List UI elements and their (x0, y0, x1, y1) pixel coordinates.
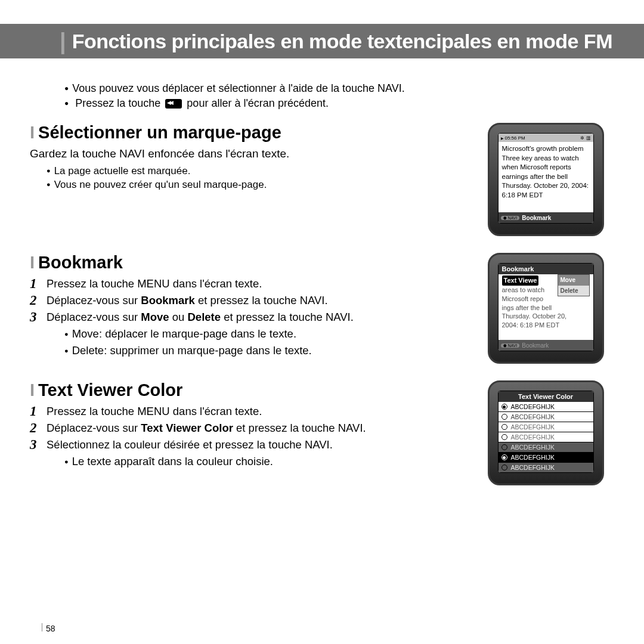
steps-bookmark: 1Pressez la touche MENU dans l'écran tex… (30, 277, 450, 357)
color-option: ABCDEFGHIJK (499, 411, 593, 422)
status-time: 05:56 PM (501, 135, 525, 141)
radio-icon (501, 454, 507, 460)
device-status-bar: 05:56 PM ✲ ▥ (499, 134, 593, 142)
manual-page: | Fonctions principales en mode textenci… (0, 0, 644, 644)
rewind-icon (165, 99, 182, 109)
page-title-bar: | Fonctions principales en mode textenci… (0, 24, 644, 58)
color-option: ABCDEFGHIJK (499, 432, 593, 442)
radio-icon (501, 434, 507, 440)
color-option: ABCDEFGHIJK (499, 442, 593, 452)
device2-footer: NAVI Bookmark (499, 340, 593, 351)
radio-icon (501, 465, 507, 470)
radio-icon (501, 404, 507, 410)
radio-icon (501, 414, 507, 420)
device-screenshot-3: Text Viewer Color ABCDEFGHIJK ABCDEFGHIJ… (488, 380, 604, 485)
radio-icon (501, 444, 507, 450)
device3-header: Text Viewer Color (499, 391, 593, 402)
section-selectionner: ISélectionner un marque-page Gardez la t… (30, 123, 620, 236)
intro-line-1: Vous pouvez vous déplacer et sélectionne… (64, 82, 620, 95)
popup-delete: Delete (558, 286, 589, 296)
device-screenshot-1: 05:56 PM ✲ ▥ Microsoft's growth problem … (488, 123, 604, 236)
color-option: ABCDEFGHIJK (499, 402, 593, 411)
color-option: ABCDEFGHIJK (499, 422, 593, 432)
bullet: Vous ne pouvez créer qu'un seul marque-p… (47, 179, 450, 191)
step: 3Sélectionnez la couleur désirée et pres… (30, 438, 450, 468)
device-footer: NAVI Bookmark (499, 212, 593, 223)
heading-selectionner: ISélectionner un marque-page (30, 123, 450, 143)
device2-body: Text Viewe Move Delete areas to watch Mi… (499, 274, 593, 340)
title-pipe: | (60, 29, 66, 54)
bullets-selectionner: La page actuelle est marquée. Vous ne po… (30, 165, 450, 191)
steps-color: 1Pressez la touche MENU dans l'écran tex… (30, 405, 450, 468)
color-list: ABCDEFGHIJK ABCDEFGHIJK ABCDEFGHIJK ABCD… (499, 402, 593, 472)
bullet: La page actuelle est marquée. (47, 165, 450, 177)
radio-icon (501, 424, 507, 430)
bullet: Le texte apparaît dans la couleur choisi… (48, 455, 450, 468)
device-text-body: Microsoft's growth problem Three key are… (499, 142, 593, 212)
bullet: Delete: supprimer un marque-page dans le… (48, 344, 450, 357)
intro-line-2: Pressez la touche pour aller à l'écran p… (64, 97, 620, 110)
color-option: ABCDEFGHIJK (499, 452, 593, 462)
heading-text-viewer-color: IText Viewer Color (30, 380, 450, 400)
bullet: Move: déplacer le marque-page dans le te… (48, 327, 450, 340)
heading-bookmark: IBookmark (30, 253, 450, 273)
navi-pill: NAVI (501, 216, 520, 220)
device-screenshot-2: Bookmark Text Viewe Move Delete areas to… (488, 253, 604, 364)
device2-selected-row: Text Viewe (502, 275, 539, 286)
intro-block: Vous pouvez vous déplacer et sélectionne… (64, 82, 620, 110)
sub-selectionner: Gardez la touche NAVI enfoncée dans l'éc… (30, 147, 450, 160)
device2-popup: Move Delete (558, 274, 590, 296)
gear-icon: ✲ (580, 135, 584, 141)
step: 3 Déplacez-vous sur Move ou Delete et pr… (30, 311, 450, 357)
step: 2 Déplacez-vous sur Text Viewer Color et… (30, 422, 450, 435)
battery-icon: ▥ (586, 135, 591, 141)
step: 2 Déplacez-vous sur Bookmark et pressez … (30, 294, 450, 307)
step: 1Pressez la touche MENU dans l'écran tex… (30, 277, 450, 290)
section-text-viewer-color: IText Viewer Color 1Pressez la touche ME… (30, 380, 620, 485)
section-bookmark: IBookmark 1Pressez la touche MENU dans l… (30, 253, 620, 364)
device2-header: Bookmark (499, 264, 593, 274)
color-option: ABCDEFGHIJK (499, 462, 593, 472)
popup-move: Move (558, 275, 589, 286)
page-title: Fonctions principales en mode textencipa… (72, 30, 612, 53)
navi-pill: NAVI (501, 343, 520, 348)
step: 1Pressez la touche MENU dans l'écran tex… (30, 405, 450, 418)
page-number: 58 (42, 623, 55, 633)
